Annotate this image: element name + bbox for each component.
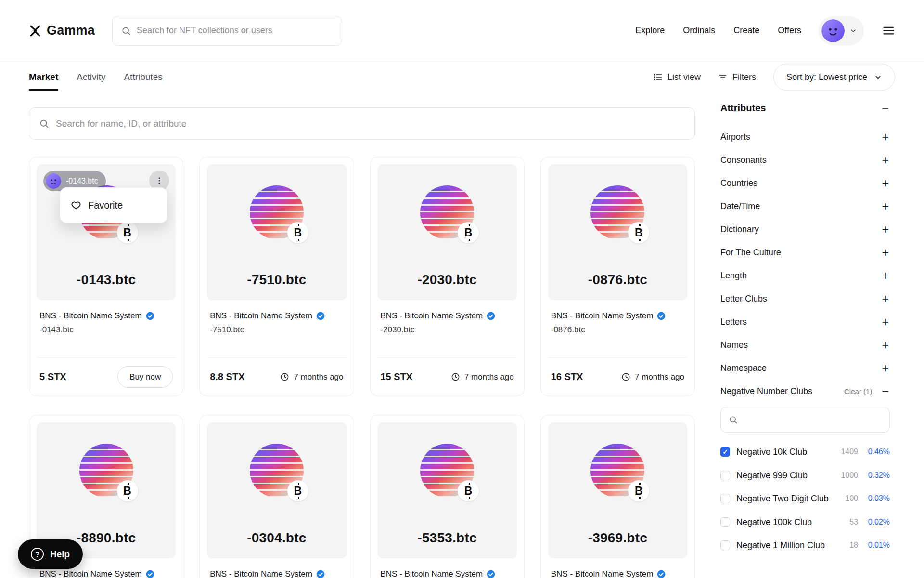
collection-name[interactable]: BNS - Bitcoin Name System: [381, 311, 483, 321]
checkbox[interactable]: [720, 494, 730, 503]
attribute-category-airports[interactable]: Airports: [720, 125, 890, 148]
collection-search-input[interactable]: [56, 118, 685, 129]
nft-card[interactable]: -0304.btc BNS - Bitcoin Name System: [199, 415, 354, 578]
attribute-categories: Airports Consonants Countries Date/Time …: [720, 125, 890, 403]
nft-subname: -2030.btc: [381, 325, 514, 335]
option-negative-999-club[interactable]: Negative 999 Club 1000 0.32%: [720, 464, 890, 487]
attributes-title: Attributes: [720, 103, 766, 114]
attribute-category-negative-number-clubs[interactable]: Negative Number Clubs Clear (1): [720, 380, 890, 403]
tab-market-label: Market: [29, 72, 58, 82]
listed-time-label: 7 months ago: [294, 372, 343, 382]
collapse-icon[interactable]: [881, 102, 890, 114]
attribute-search-input[interactable]: [743, 415, 882, 425]
tab-activity[interactable]: Activity: [77, 64, 105, 91]
global-search[interactable]: [112, 16, 342, 46]
option-negative-1-million-club[interactable]: Negative 1 Million Club 18 0.01%: [720, 534, 890, 557]
expand-icon[interactable]: [881, 270, 890, 282]
collection-name[interactable]: BNS - Bitcoin Name System: [381, 569, 483, 578]
nft-card[interactable]: -7510.btc BNS - Bitcoin Name System -751…: [199, 157, 354, 396]
favorite-menu-item[interactable]: Favorite: [60, 187, 167, 223]
nft-card[interactable]: -5353.btc BNS - Bitcoin Name System: [370, 415, 525, 578]
attribute-category-dictionary[interactable]: Dictionary: [720, 218, 890, 241]
attribute-category-namespace[interactable]: Namespace: [720, 356, 890, 380]
checkbox[interactable]: [720, 517, 730, 527]
collection-name[interactable]: BNS - Bitcoin Name System: [39, 569, 142, 578]
attribute-category-countries[interactable]: Countries: [720, 171, 890, 195]
nft-card[interactable]: -0143.btc Favorite -0143.btc BNS - Bitco…: [29, 157, 183, 396]
account-menu-button[interactable]: [819, 16, 864, 45]
filters-button[interactable]: Filters: [718, 72, 756, 82]
nft-image-panel: -7510.btc: [207, 164, 346, 300]
search-icon: [121, 26, 131, 36]
attribute-category-letters[interactable]: Letters: [720, 310, 890, 333]
expand-icon[interactable]: [881, 223, 890, 236]
global-search-input[interactable]: [137, 26, 333, 36]
category-label: Negative Number Clubs: [720, 386, 812, 396]
option-percent: 0.03%: [865, 494, 890, 503]
bitcoin-icon: [464, 485, 473, 498]
attributes-header[interactable]: Attributes: [720, 102, 890, 114]
option-negative-two-digit-club[interactable]: Negative Two Digit Club 100 0.03%: [720, 487, 890, 511]
expand-icon[interactable]: [881, 293, 890, 305]
expand-icon[interactable]: [881, 200, 890, 212]
checkbox[interactable]: [720, 471, 730, 480]
nav-create[interactable]: Create: [733, 26, 759, 36]
nav-offers[interactable]: Offers: [778, 26, 801, 36]
nav-explore[interactable]: Explore: [635, 26, 665, 36]
collection-name[interactable]: BNS - Bitcoin Name System: [39, 311, 142, 321]
tab-market[interactable]: Market: [29, 64, 58, 91]
expand-icon[interactable]: [881, 362, 890, 374]
heart-icon: [71, 200, 81, 210]
bitcoin-badge: [628, 222, 649, 243]
nft-meta: BNS - Bitcoin Name System -0143.btc: [37, 300, 176, 357]
nft-card[interactable]: -3969.btc BNS - Bitcoin Name System: [540, 415, 695, 578]
expand-icon[interactable]: [881, 247, 890, 259]
attribute-category-datetime[interactable]: Date/Time: [720, 195, 890, 218]
nft-card[interactable]: -2030.btc BNS - Bitcoin Name System -203…: [370, 157, 525, 396]
nft-card[interactable]: -0876.btc BNS - Bitcoin Name System -087…: [540, 157, 695, 396]
price: 8.8 STX: [210, 371, 244, 382]
gamma-logo-text: Gamma: [47, 23, 95, 38]
nft-subname: -7510.btc: [210, 325, 343, 335]
category-label: Dictionary: [720, 224, 759, 235]
gamma-logo[interactable]: Gamma: [29, 23, 95, 38]
option-count: 53: [849, 518, 858, 526]
checkbox[interactable]: [720, 540, 730, 550]
verified-badge-icon: [487, 570, 495, 578]
buy-now-button[interactable]: Buy now: [117, 366, 173, 388]
tab-attributes[interactable]: Attributes: [124, 64, 162, 91]
tab-attributes-label: Attributes: [124, 72, 162, 82]
attribute-category-length[interactable]: Length: [720, 264, 890, 287]
collection-name[interactable]: BNS - Bitcoin Name System: [210, 569, 312, 578]
expand-icon[interactable]: [881, 316, 890, 328]
attribute-category-letter-clubs[interactable]: Letter Clubs: [720, 287, 890, 310]
attribute-search[interactable]: [720, 407, 890, 433]
collection-name[interactable]: BNS - Bitcoin Name System: [551, 569, 654, 578]
sort-button[interactable]: Sort by: Lowest price: [773, 64, 895, 91]
expand-icon[interactable]: [881, 339, 890, 351]
list-view-label: List view: [667, 72, 701, 82]
option-count: 1409: [841, 447, 858, 456]
checkbox[interactable]: [720, 447, 730, 457]
nav-ordinals[interactable]: Ordinals: [683, 26, 715, 36]
bitcoin-badge: [628, 480, 649, 501]
category-label: Length: [720, 271, 747, 281]
attribute-category-consonants[interactable]: Consonants: [720, 148, 890, 171]
expand-icon[interactable]: [881, 154, 890, 166]
collection-name[interactable]: BNS - Bitcoin Name System: [210, 311, 312, 321]
option-negative-10k-club[interactable]: Negative 10k Club 1409 0.46%: [720, 440, 890, 464]
expand-icon[interactable]: [881, 131, 890, 143]
menu-button[interactable]: [882, 24, 895, 37]
expand-icon[interactable]: [881, 177, 890, 189]
nft-name: -0143.btc: [77, 272, 136, 288]
help-button[interactable]: Help: [18, 539, 83, 569]
collection-name[interactable]: BNS - Bitcoin Name System: [551, 311, 654, 321]
clear-filter-button[interactable]: Clear (1): [844, 387, 872, 395]
collection-search[interactable]: [29, 107, 695, 140]
collapse-icon[interactable]: [881, 385, 890, 397]
list-view-button[interactable]: List view: [653, 72, 701, 82]
bitcoin-badge: [287, 222, 308, 243]
option-negative-100k-club[interactable]: Negative 100k Club 53 0.02%: [720, 511, 890, 534]
attribute-category-names[interactable]: Names: [720, 333, 890, 356]
attribute-category-for-the-culture[interactable]: For The Culture: [720, 241, 890, 264]
